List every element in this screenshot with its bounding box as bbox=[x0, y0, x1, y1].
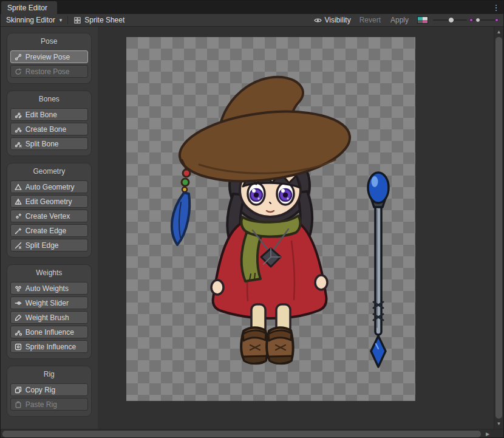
edit-bone-button[interactable]: Edit Bone bbox=[10, 108, 88, 121]
sprite-sheet-button[interactable]: Sprite Sheet bbox=[68, 14, 130, 26]
skinning-editor-dropdown[interactable]: Skinning Editor ▾ bbox=[1, 14, 67, 26]
weight-brush-icon bbox=[15, 314, 22, 321]
revert-label: Revert bbox=[359, 16, 381, 24]
staff-sprite bbox=[368, 173, 389, 367]
slider-knob[interactable] bbox=[448, 17, 454, 23]
sprite-sheet-grid-icon bbox=[73, 17, 81, 24]
revert-button[interactable]: Revert bbox=[356, 16, 384, 24]
create-bone-button[interactable]: Create Bone bbox=[10, 123, 88, 135]
button-label: Create Bone bbox=[26, 125, 66, 134]
tool-panel: Pose Preview Pose Restore Pose Bones Edi… bbox=[1, 27, 98, 429]
button-label: Preview Pose bbox=[26, 53, 70, 61]
paste-rig-icon bbox=[15, 401, 22, 408]
create-edge-button[interactable]: Create Edge bbox=[10, 224, 88, 237]
button-label: Create Vertex bbox=[26, 212, 70, 221]
sprite-editor-window: Sprite Editor ⋮ Skinning Editor ▾ Sprite… bbox=[0, 0, 504, 438]
button-label: Restore Pose bbox=[26, 67, 70, 76]
boot-left bbox=[241, 327, 267, 363]
edit-bone-icon bbox=[15, 111, 22, 118]
slider-end-dot bbox=[495, 18, 499, 22]
pose-group-title: Pose bbox=[10, 36, 88, 49]
create-edge-icon bbox=[15, 227, 22, 234]
visibility-toggle[interactable]: Visibility bbox=[312, 16, 353, 24]
button-label: Sprite Influence bbox=[26, 343, 76, 351]
restore-pose-icon bbox=[15, 68, 22, 75]
horizontal-scrollbar[interactable]: ▶ bbox=[1, 429, 503, 438]
scrollbar-corner bbox=[493, 429, 503, 438]
weight-slider-button[interactable]: Weight Slider bbox=[10, 296, 88, 309]
button-label: Paste Rig bbox=[26, 400, 57, 409]
button-label: Edit Geometry bbox=[26, 197, 72, 206]
auto-geometry-button[interactable]: Auto Geometry bbox=[10, 180, 88, 193]
create-vertex-button[interactable]: Create Vertex bbox=[10, 210, 88, 222]
bones-group: Bones Edit Bone Create Bone Split Bone bbox=[7, 91, 92, 156]
weights-group-title: Weights bbox=[10, 267, 88, 280]
secondary-opacity-slider[interactable] bbox=[469, 16, 499, 24]
geometry-group: Geometry Auto Geometry Edit Geometry Cre… bbox=[7, 163, 92, 258]
edit-geometry-icon bbox=[15, 198, 22, 205]
slider-track[interactable] bbox=[469, 19, 499, 21]
vertical-scrollbar-thumb[interactable] bbox=[495, 37, 502, 419]
button-label: Edit Bone bbox=[26, 111, 57, 119]
copy-rig-icon bbox=[15, 386, 22, 394]
tab-sprite-editor[interactable]: Sprite Editor bbox=[1, 1, 57, 14]
button-label: Create Edge bbox=[26, 227, 66, 235]
button-label: Auto Weights bbox=[26, 284, 69, 293]
weight-brush-button[interactable]: Weight Brush bbox=[10, 311, 88, 324]
auto-geometry-icon bbox=[15, 183, 22, 191]
tab-bar: Sprite Editor ⋮ bbox=[1, 1, 503, 14]
button-label: Weight Brush bbox=[26, 313, 69, 322]
scroll-up-icon[interactable]: ▲ bbox=[494, 27, 503, 36]
witch-character-sprite bbox=[126, 37, 415, 401]
split-edge-icon bbox=[15, 242, 22, 249]
restore-pose-button[interactable]: Restore Pose bbox=[10, 65, 88, 78]
transparency-checkerboard[interactable] bbox=[126, 37, 415, 401]
edit-geometry-button[interactable]: Edit Geometry bbox=[10, 195, 88, 208]
witch-body bbox=[172, 77, 354, 364]
copy-rig-button[interactable]: Copy Rig bbox=[10, 383, 88, 396]
chevron-down-icon: ▾ bbox=[60, 17, 63, 23]
window-menu-icon[interactable]: ⋮ bbox=[489, 1, 503, 14]
create-bone-icon bbox=[15, 126, 22, 133]
button-label: Weight Slider bbox=[26, 299, 69, 307]
auto-weights-button[interactable]: Auto Weights bbox=[10, 282, 88, 295]
button-label: Split Edge bbox=[26, 241, 59, 250]
rig-group: Rig Copy Rig Paste Rig bbox=[7, 366, 92, 417]
visibility-label: Visibility bbox=[325, 16, 351, 24]
bones-group-title: Bones bbox=[10, 94, 88, 106]
tab-label: Sprite Editor bbox=[7, 4, 47, 12]
preview-pose-button[interactable]: Preview Pose bbox=[10, 50, 88, 63]
bone-influence-icon bbox=[15, 329, 22, 336]
overlay-color-swatch[interactable] bbox=[417, 16, 428, 24]
paste-rig-button[interactable]: Paste Rig bbox=[10, 398, 88, 411]
vertical-scrollbar[interactable]: ▲ ▼ bbox=[494, 27, 503, 429]
slider-knob[interactable] bbox=[475, 18, 480, 22]
apply-button[interactable]: Apply bbox=[387, 16, 412, 24]
button-label: Copy Rig bbox=[26, 386, 55, 394]
horizontal-scrollbar-thumb[interactable] bbox=[2, 431, 481, 437]
button-label: Bone Influence bbox=[26, 328, 74, 337]
pose-group: Pose Preview Pose Restore Pose bbox=[7, 33, 92, 84]
button-label: Split Bone bbox=[26, 140, 59, 148]
eye-icon bbox=[314, 17, 322, 24]
geometry-group-title: Geometry bbox=[10, 166, 88, 179]
auto-weights-icon bbox=[15, 285, 22, 292]
sprite-influence-button[interactable]: Sprite Influence bbox=[10, 340, 88, 353]
slider-end-dot bbox=[469, 18, 473, 22]
overlay-opacity-slider[interactable] bbox=[433, 16, 467, 24]
sprite-influence-icon bbox=[15, 343, 22, 351]
weights-group: Weights Auto Weights Weight Slider Weigh… bbox=[7, 264, 92, 359]
button-label: Auto Geometry bbox=[26, 183, 75, 191]
toolbar-right: Visibility Revert Apply bbox=[312, 16, 504, 24]
boot-right bbox=[267, 327, 293, 363]
bone-influence-button[interactable]: Bone Influence bbox=[10, 326, 88, 338]
main-content: Pose Preview Pose Restore Pose Bones Edi… bbox=[1, 27, 503, 429]
skinning-editor-label: Skinning Editor bbox=[6, 16, 55, 24]
rig-group-title: Rig bbox=[10, 369, 88, 382]
split-bone-button[interactable]: Split Bone bbox=[10, 137, 88, 150]
preview-pose-icon bbox=[15, 53, 22, 61]
scroll-right-icon[interactable]: ▶ bbox=[483, 429, 492, 438]
sprite-viewport[interactable] bbox=[98, 27, 494, 429]
split-edge-button[interactable]: Split Edge bbox=[10, 239, 88, 252]
scroll-down-icon[interactable]: ▼ bbox=[494, 419, 503, 428]
